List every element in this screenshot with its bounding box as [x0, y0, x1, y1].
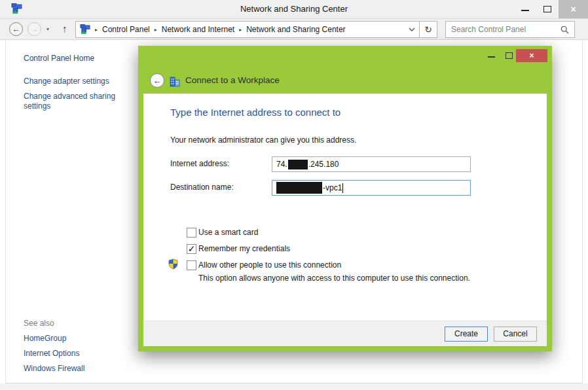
see-also-label: See also: [24, 319, 54, 328]
connect-to-workplace-dialog: × ← Connect to a Workplace Type the Inte…: [138, 46, 552, 351]
maximize-button[interactable]: [536, 0, 559, 18]
dialog-close-button[interactable]: ×: [516, 49, 547, 62]
refresh-icon: ↻: [424, 24, 432, 35]
close-button[interactable]: ×: [559, 0, 588, 18]
remember-credentials-label[interactable]: Remember my credentials: [198, 244, 290, 253]
internet-address-value-prefix: 74.: [276, 160, 287, 169]
address-dropdown-button[interactable]: [405, 27, 419, 31]
chevron-down-icon: ▾: [46, 26, 49, 32]
redaction-box: [288, 160, 308, 169]
dialog-maximize-button[interactable]: [505, 52, 513, 59]
breadcrumb: ▸ Control Panel ▸ Network and Internet ▸…: [75, 21, 437, 38]
workplace-icon: [169, 76, 181, 88]
uac-shield-icon: [168, 258, 179, 270]
search-placeholder: Search Control Panel: [451, 25, 560, 34]
maximize-icon: [543, 6, 551, 12]
forward-icon: →: [30, 24, 39, 34]
window-controls: ×: [514, 0, 588, 18]
sidebar-item-homegroup[interactable]: HomeGroup: [24, 334, 66, 344]
up-arrow-icon: ↑: [62, 23, 67, 34]
breadcrumb-separator-icon[interactable]: ▸: [239, 27, 242, 33]
up-button[interactable]: ↑: [62, 23, 67, 34]
search-input[interactable]: Search Control Panel: [445, 21, 575, 38]
dialog-subtext: Your network administrator can give you …: [170, 135, 356, 145]
sidebar-item-windows-firewall[interactable]: Windows Firewall: [24, 364, 84, 374]
dialog-heading: Type the Internet address to connect to: [170, 107, 340, 118]
window-frame-strip: [0, 383, 588, 390]
text-caret: [342, 183, 343, 193]
window-title: Network and Sharing Center: [0, 4, 588, 14]
cancel-button[interactable]: Cancel: [494, 327, 537, 342]
allow-other-people-label[interactable]: Allow other people to use this connectio…: [198, 260, 341, 270]
use-smart-card-label[interactable]: Use a smart card: [198, 228, 258, 237]
refresh-button[interactable]: ↻: [420, 24, 437, 35]
internet-address-field[interactable]: 74. .245.180: [272, 156, 471, 172]
main-content: Control Panel Home Change adapter settin…: [0, 40, 588, 390]
close-icon: ×: [529, 51, 534, 60]
back-icon: ←: [153, 76, 162, 86]
destination-name-value-suffix: -vpc1: [323, 183, 342, 192]
chevron-down-icon: [409, 27, 415, 31]
redaction-box: [276, 182, 322, 194]
minimize-icon: [521, 10, 529, 11]
window-frame-left: [5, 40, 6, 383]
breadcrumb-item-network-and-internet[interactable]: Network and Internet: [162, 25, 234, 34]
close-icon: ×: [570, 4, 576, 14]
network-location-icon[interactable]: [80, 24, 90, 35]
dialog-minimize-button[interactable]: [488, 56, 495, 58]
dialog-title: Connect to a Workplace: [185, 75, 280, 85]
destination-name-field[interactable]: -vpc1: [272, 180, 471, 196]
sidebar-item-change-adapter-settings[interactable]: Change adapter settings: [24, 77, 109, 86]
breadcrumb-item-network-and-sharing-center[interactable]: Network and Sharing Center: [246, 25, 345, 34]
sidebar-item-change-advanced-sharing-settings[interactable]: Change advanced sharing settings: [24, 92, 127, 111]
allow-other-people-checkbox[interactable]: [187, 260, 196, 270]
sidebar-item-control-panel-home[interactable]: Control Panel Home: [24, 54, 94, 63]
dialog-footer: Create Cancel: [143, 321, 547, 346]
dialog-back-button[interactable]: ←: [150, 73, 164, 88]
breadcrumb-separator-icon[interactable]: ▸: [155, 27, 157, 33]
address-bar: ← → ▾ ↑ ▸ Control Panel ▸ Network and In…: [0, 18, 588, 40]
create-button[interactable]: Create: [445, 327, 488, 342]
breadcrumb-item-control-panel[interactable]: Control Panel: [102, 25, 150, 34]
destination-name-label: Destination name:: [170, 183, 234, 192]
use-smart-card-checkbox[interactable]: [187, 228, 196, 238]
minimize-button[interactable]: [514, 0, 536, 18]
forward-button[interactable]: →: [28, 22, 41, 36]
internet-address-value-suffix: .245.180: [308, 160, 339, 169]
network-sharing-center-window: Network and Sharing Center × ← → ▾ ↑: [0, 0, 588, 390]
remember-credentials-checkbox[interactable]: ✓: [187, 244, 196, 254]
allow-other-people-description: This option allows anyone with access to…: [198, 274, 470, 283]
dialog-body: Type the Internet address to connect to …: [143, 94, 547, 321]
recent-pages-dropdown[interactable]: ▾: [46, 26, 49, 32]
search-icon[interactable]: [560, 26, 569, 34]
title-bar: Network and Sharing Center ×: [0, 0, 588, 18]
sidebar-item-internet-options[interactable]: Internet Options: [24, 349, 79, 359]
breadcrumb-separator-icon[interactable]: ▸: [95, 27, 98, 33]
back-icon: ←: [12, 24, 20, 34]
window-frame-right: [582, 40, 583, 383]
back-button[interactable]: ←: [9, 22, 23, 36]
internet-address-label: Internet address:: [170, 159, 229, 168]
